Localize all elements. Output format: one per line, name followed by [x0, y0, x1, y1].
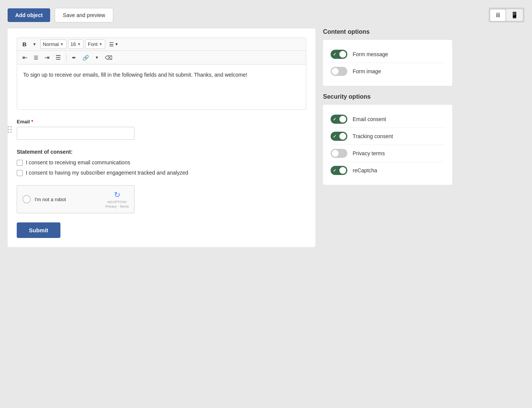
- font-family-dropdown[interactable]: Font ▼: [85, 39, 105, 49]
- consent-label-1: I consent to receiving email communicati…: [26, 159, 130, 165]
- font-size-selected: 16: [71, 41, 76, 47]
- pen-icon: ✒: [72, 55, 76, 61]
- rte-row-1: B ▼ Normal ▼ 16 ▼ Font ▼: [17, 38, 306, 51]
- consent-section: Statement of consent: I consent to recei…: [17, 149, 306, 176]
- privacy-terms-toggle[interactable]: [331, 149, 347, 158]
- recaptcha-option-slider: ✓: [331, 166, 347, 175]
- form-message-row: ✓ Form message: [331, 46, 445, 63]
- consent-title: Statement of consent:: [17, 149, 306, 155]
- style-dropdown[interactable]: Normal ▼: [40, 39, 66, 49]
- consent-checkbox-2[interactable]: [17, 170, 23, 176]
- drag-dot: [8, 126, 9, 128]
- drag-dot: [8, 131, 9, 133]
- link-dropdown-button[interactable]: ▼: [93, 54, 101, 61]
- top-toolbar: Add object Save and preview 🖥 📱: [8, 8, 524, 22]
- font-family-arrow: ▼: [99, 42, 103, 46]
- link-button[interactable]: 🔗: [80, 53, 91, 62]
- mobile-view-button[interactable]: 📱: [506, 9, 523, 21]
- font-size-arrow: ▼: [77, 42, 81, 46]
- desktop-view-button[interactable]: 🖥: [490, 9, 505, 21]
- consent-item-2: I consent to having my subscriber engage…: [17, 170, 306, 176]
- add-object-button[interactable]: Add object: [8, 8, 50, 22]
- list-button[interactable]: ☰ ▼: [107, 40, 121, 49]
- form-image-slider: [331, 67, 347, 76]
- pen-button[interactable]: ✒: [70, 53, 79, 62]
- clear-formatting-button[interactable]: ⌫: [103, 53, 115, 62]
- toolbar-divider: [66, 54, 66, 61]
- recaptcha-box[interactable]: I'm not a robot ↻ reCAPTCHA Privacy - Te…: [17, 185, 135, 213]
- tracking-consent-slider: ✓: [331, 132, 347, 141]
- right-panel: Content options ✓ Form message Form imag…: [323, 28, 452, 192]
- rte-content-area[interactable]: To sign up to receive our emails, fill i…: [17, 64, 306, 110]
- list-dropdown-arrow: ▼: [115, 42, 119, 46]
- form-image-toggle[interactable]: [331, 67, 347, 76]
- recaptcha-option-toggle[interactable]: ✓: [331, 166, 347, 175]
- align-left-button[interactable]: ⇤: [20, 52, 30, 63]
- form-message-toggle[interactable]: ✓: [331, 50, 347, 59]
- form-message-check: ✓: [333, 52, 336, 57]
- recaptcha-dot: [22, 195, 31, 203]
- list-icon: ☰: [109, 41, 114, 47]
- bold-dropdown-button[interactable]: ▼: [30, 41, 39, 48]
- align-center-button[interactable]: ≣: [31, 52, 41, 63]
- drag-dot: [10, 126, 12, 128]
- save-preview-button[interactable]: Save and preview: [55, 8, 113, 22]
- eraser-icon: ⌫: [105, 55, 112, 61]
- email-consent-check: ✓: [333, 117, 336, 122]
- form-message-label: Form message: [353, 51, 388, 57]
- consent-item-1: I consent to receiving email communicati…: [17, 159, 306, 166]
- security-options-title: Security options: [323, 93, 452, 100]
- message-text: To sign up to receive our emails, fill i…: [23, 71, 300, 79]
- drag-dot: [8, 129, 9, 130]
- content-options-card: ✓ Form message Form image: [323, 40, 452, 86]
- align-left-icon: ⇤: [22, 54, 27, 61]
- tracking-consent-row: ✓ Tracking consent: [331, 128, 445, 145]
- recaptcha-left: I'm not a robot: [22, 195, 66, 203]
- content-options-title: Content options: [323, 28, 452, 35]
- email-input[interactable]: [17, 127, 135, 140]
- bold-button[interactable]: B: [20, 39, 29, 49]
- email-consent-row: ✓ Email consent: [331, 111, 445, 128]
- email-form-field: Email *: [17, 119, 306, 140]
- recaptcha-option-check: ✓: [333, 168, 336, 173]
- drag-dot: [10, 131, 12, 133]
- font-family-selected: Font: [88, 41, 98, 47]
- tracking-consent-label: Tracking consent: [353, 133, 393, 139]
- rte-toolbar: B ▼ Normal ▼ 16 ▼ Font ▼: [17, 38, 306, 64]
- style-selected: Normal: [43, 41, 59, 47]
- form-image-row: Form image: [331, 63, 445, 80]
- font-size-dropdown[interactable]: 16 ▼: [68, 39, 84, 49]
- tracking-consent-toggle[interactable]: ✓: [331, 132, 347, 141]
- align-justify-icon: ☰: [55, 54, 61, 61]
- recaptcha-text: I'm not a robot: [35, 197, 66, 202]
- recaptcha-option-label: reCaptcha: [353, 167, 377, 173]
- form-image-label: Form image: [353, 68, 381, 74]
- desktop-icon: 🖥: [495, 12, 501, 19]
- tracking-consent-check: ✓: [333, 134, 336, 139]
- consent-label-2: I consent to having my subscriber engage…: [26, 170, 188, 176]
- align-right-button[interactable]: ⇥: [42, 52, 52, 63]
- field-drag-handle[interactable]: [6, 124, 13, 134]
- email-consent-toggle[interactable]: ✓: [331, 115, 347, 124]
- link-icon: 🔗: [82, 55, 89, 61]
- recaptcha-links: Privacy - Terms: [105, 205, 129, 208]
- email-consent-slider: ✓: [331, 115, 347, 124]
- align-center-icon: ≣: [33, 54, 38, 61]
- recaptcha-logo-icon: ↻: [114, 190, 120, 199]
- style-dropdown-arrow: ▼: [60, 42, 64, 46]
- recaptcha-label: reCAPTCHA: [108, 200, 127, 204]
- recaptcha-option-row: ✓ reCaptcha: [331, 162, 445, 179]
- bold-dropdown-arrow: ▼: [33, 42, 36, 46]
- rte-row-2: ⇤ ≣ ⇥ ☰ ✒ 🔗 ▼: [17, 51, 306, 64]
- security-options-card: ✓ Email consent ✓ Tracking consent: [323, 105, 452, 185]
- recaptcha-right: ↻ reCAPTCHA Privacy - Terms: [105, 190, 129, 208]
- drag-dot: [10, 129, 12, 130]
- email-consent-label: Email consent: [353, 116, 386, 122]
- submit-button[interactable]: Submit: [17, 222, 60, 238]
- link-dropdown-arrow: ▼: [95, 55, 99, 60]
- consent-checkbox-1[interactable]: [17, 160, 23, 166]
- privacy-terms-slider: [331, 149, 347, 158]
- privacy-terms-row: Privacy terms: [331, 145, 445, 162]
- align-justify-button[interactable]: ☰: [53, 52, 63, 63]
- mobile-icon: 📱: [511, 11, 518, 19]
